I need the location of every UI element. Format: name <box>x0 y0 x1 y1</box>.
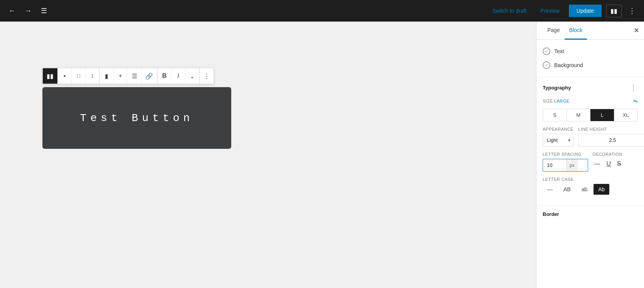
color-section: ✓ Text ✓ Background <box>536 40 644 77</box>
text-color-icon: ✓ <box>543 47 550 55</box>
main-area: ▮▮ ▪ ∷ ↕ ▮ + ☰ 🔗 B I ⌄ ⋮ Test Button Pag… <box>0 22 644 288</box>
letter-spacing-input-wrapper: px <box>543 159 588 172</box>
line-height-input[interactable] <box>578 134 644 146</box>
toolbar-align-icon[interactable]: ▮ <box>100 68 114 84</box>
background-color-icon: ✓ <box>543 61 550 69</box>
tab-block[interactable]: Block <box>565 22 587 40</box>
button-block[interactable]: Test Button <box>42 87 231 149</box>
top-bar-left: ← → ☰ <box>6 4 49 17</box>
block-toolbar: ▮▮ ▪ ∷ ↕ ▮ + ☰ 🔗 B I ⌄ ⋮ <box>42 68 214 84</box>
toolbar-add-icon[interactable]: + <box>114 68 128 84</box>
appearance-label: APPEARANCE <box>543 127 573 131</box>
toolbar-options-icon[interactable]: ⋮ <box>200 68 214 84</box>
toolbar-more-rich-icon[interactable]: ⌄ <box>185 68 199 84</box>
size-value: LARGE <box>554 99 570 103</box>
more-options-button[interactable]: ⋮ <box>626 4 638 17</box>
size-prefix: SIZE LARGE <box>543 99 570 103</box>
letter-spacing-input[interactable] <box>543 159 566 171</box>
background-color-item[interactable]: ✓ Background <box>543 58 638 72</box>
switch-to-draft-button[interactable]: Switch to draft <box>488 5 531 16</box>
decoration-label: DECORATION <box>593 152 638 157</box>
decoration-controls: — U S <box>593 159 638 170</box>
letter-spacing-col: LETTER SPACING px <box>543 152 588 172</box>
toolbar-bold-icon[interactable]: B <box>158 68 172 84</box>
tab-page[interactable]: Page <box>543 22 565 40</box>
line-height-col: LINE HEIGHT + − <box>578 127 644 147</box>
background-color-label: Background <box>554 62 583 68</box>
typography-section-header: Typography ⋮ <box>543 83 638 93</box>
appearance-col: APPEARANCE Light Default Thin Extra Ligh… <box>543 127 573 147</box>
menu-button[interactable]: ☰ <box>39 4 49 17</box>
appearance-lineheight-row: APPEARANCE Light Default Thin Extra Ligh… <box>543 127 638 147</box>
button-block-text: Test Button <box>80 112 194 124</box>
border-section-header: Border <box>536 205 644 221</box>
letter-case-lower-button[interactable]: ab <box>577 184 592 195</box>
toolbar-justify-icon[interactable]: ☰ <box>128 68 141 84</box>
text-color-item[interactable]: ✓ Text <box>543 44 638 58</box>
letter-spacing-unit: px <box>566 159 578 171</box>
toolbar-move-icon[interactable]: ↕ <box>86 68 99 84</box>
size-l-button[interactable]: L <box>590 109 614 121</box>
toolbar-link-icon[interactable]: 🔗 <box>141 68 157 84</box>
toolbar-block-icon[interactable]: ▮▮ <box>43 68 58 84</box>
size-s-button[interactable]: S <box>543 109 567 121</box>
decoration-col: DECORATION — U S <box>593 152 638 170</box>
decoration-none-button[interactable]: — <box>593 159 602 169</box>
size-xl-button[interactable]: XL <box>614 109 638 121</box>
toolbar-drag-icon[interactable]: ∷ <box>72 68 86 84</box>
typography-more-button[interactable]: ⋮ <box>629 83 638 93</box>
decoration-underline-button[interactable]: U <box>605 159 613 169</box>
close-sidebar-button[interactable]: ✕ <box>632 25 641 36</box>
update-button[interactable]: Update <box>569 5 602 17</box>
toolbar-transform-icon[interactable]: ▪ <box>58 68 72 84</box>
typography-section: Typography ⋮ SIZE LARGE ⇋ S M L XL <box>536 77 644 205</box>
appearance-select[interactable]: Light Default Thin Extra Light Normal Me… <box>543 134 573 147</box>
sidebar-toggle-button[interactable]: ▮▮ <box>606 5 622 17</box>
line-height-label: LINE HEIGHT <box>578 127 644 131</box>
right-sidebar: Page Block ✕ ✓ Text ✓ Background Typogra <box>536 22 644 288</box>
line-height-control: + − <box>578 134 644 147</box>
size-m-button[interactable]: M <box>567 109 591 121</box>
typography-title: Typography <box>543 85 571 91</box>
sidebar-tabs: Page Block ✕ <box>536 22 644 40</box>
reset-size-button[interactable]: ⇋ <box>633 98 638 104</box>
forward-button[interactable]: → <box>22 5 34 17</box>
size-buttons: S M L XL <box>543 109 638 121</box>
appearance-select-wrapper: Light Default Thin Extra Light Normal Me… <box>543 134 573 147</box>
decoration-strikethrough-button[interactable]: S <box>615 159 623 169</box>
border-title: Border <box>543 211 559 217</box>
sidebar-content: ✓ Text ✓ Background Typography ⋮ SIZE LA… <box>536 40 644 288</box>
letter-case-none-button[interactable]: — <box>543 184 557 195</box>
canvas-area[interactable]: ▮▮ ▪ ∷ ↕ ▮ + ☰ 🔗 B I ⌄ ⋮ Test Button <box>0 22 536 288</box>
letter-case-label: LETTER CASE <box>543 177 638 182</box>
preview-button[interactable]: Preview <box>536 5 564 16</box>
letter-spacing-label: LETTER SPACING <box>543 152 588 157</box>
toolbar-italic-icon[interactable]: I <box>172 68 185 84</box>
letter-case-buttons: — AB ab Ab <box>543 184 638 195</box>
letterspacing-decoration-row: LETTER SPACING px DECORATION — U S <box>543 152 638 172</box>
size-row: SIZE LARGE ⇋ <box>543 98 638 104</box>
text-color-label: Text <box>554 48 564 54</box>
letter-case-upper-button[interactable]: AB <box>559 184 575 195</box>
top-bar-right: Switch to draft Preview Update ▮▮ ⋮ <box>488 4 638 17</box>
back-button[interactable]: ← <box>6 5 18 17</box>
top-bar: ← → ☰ Switch to draft Preview Update ▮▮ … <box>0 0 644 22</box>
letter-case-capitalize-button[interactable]: Ab <box>594 184 609 195</box>
letter-case-section: LETTER CASE — AB ab Ab <box>543 177 638 195</box>
